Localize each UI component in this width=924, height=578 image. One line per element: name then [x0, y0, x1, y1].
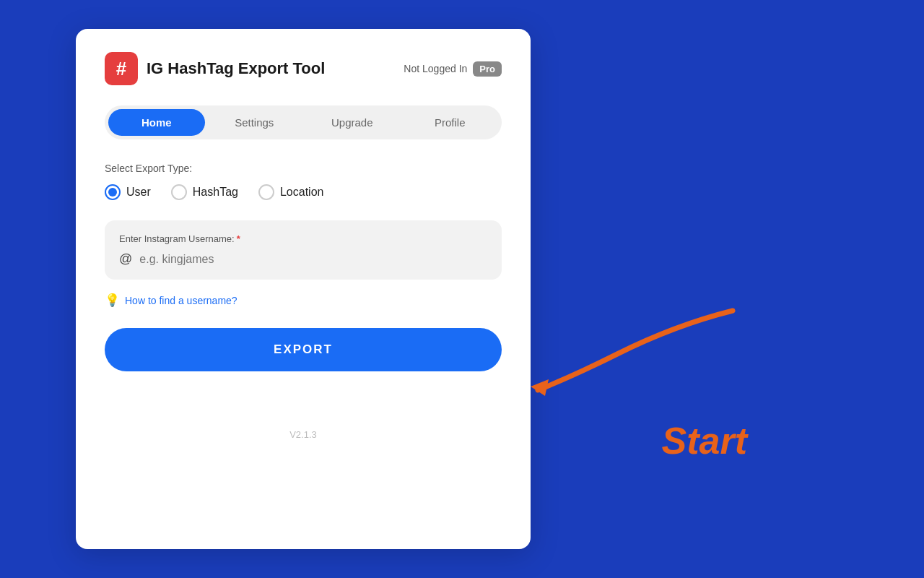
username-input-box: Enter Instagram Username: * @	[105, 220, 502, 280]
tab-settings[interactable]: Settings	[206, 109, 303, 136]
card-header: # IG HashTag Export Tool Not Logged In P…	[105, 52, 502, 85]
tab-home[interactable]: Home	[108, 109, 205, 136]
app-logo-icon: #	[105, 52, 138, 85]
radio-location[interactable]: Location	[258, 184, 324, 200]
pro-badge: Pro	[473, 61, 502, 77]
radio-user[interactable]: User	[105, 184, 151, 200]
export-button[interactable]: EXPORT	[105, 328, 502, 371]
at-symbol: @	[119, 251, 132, 267]
auth-status-text: Not Logged In	[404, 63, 467, 74]
help-username-link[interactable]: 💡 How to find a username?	[105, 293, 502, 308]
annotation-area: Start	[531, 267, 762, 484]
export-type-radio-group: User HashTag Location	[105, 184, 502, 200]
auth-status: Not Logged In Pro	[404, 61, 502, 77]
app-title: IG HashTag Export Tool	[147, 59, 325, 78]
radio-hashtag[interactable]: HashTag	[171, 184, 238, 200]
export-type-label: Select Export Type:	[105, 163, 502, 174]
tab-upgrade[interactable]: Upgrade	[304, 109, 401, 136]
logo-area: # IG HashTag Export Tool	[105, 52, 325, 85]
main-card: # IG HashTag Export Tool Not Logged In P…	[76, 29, 531, 549]
version-text: V2.1.3	[105, 429, 502, 440]
radio-user-circle	[105, 184, 121, 200]
svg-marker-0	[531, 379, 549, 396]
lightbulb-icon: 💡	[105, 293, 120, 308]
nav-tabs: Home Settings Upgrade Profile	[105, 105, 502, 139]
radio-hashtag-label: HashTag	[193, 186, 238, 199]
username-input-label: Enter Instagram Username: *	[119, 233, 487, 244]
radio-user-label: User	[126, 186, 151, 199]
tab-profile[interactable]: Profile	[402, 109, 499, 136]
radio-hashtag-circle	[171, 184, 187, 200]
start-annotation-text: Start	[662, 419, 747, 462]
help-link-text: How to find a username?	[125, 295, 237, 306]
username-text-input[interactable]	[139, 253, 487, 266]
radio-location-label: Location	[280, 186, 324, 199]
radio-location-circle	[258, 184, 274, 200]
required-star: *	[237, 233, 240, 244]
username-input-row: @	[119, 251, 487, 267]
